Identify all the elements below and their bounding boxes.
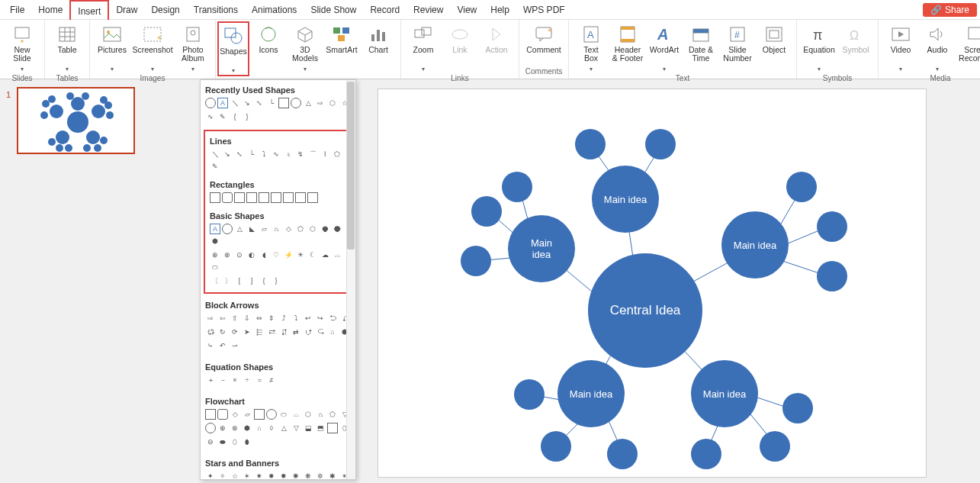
shape-textbox[interactable]: A	[217, 98, 228, 108]
shape-arrow[interactable]: ↶	[217, 340, 228, 351]
shape-trap[interactable]: ⏢	[271, 224, 281, 234]
central-idea-bubble[interactable]: Central Idea	[588, 253, 702, 368]
main-idea-bubble[interactable]: Main idea	[592, 166, 659, 233]
shape[interactable]: ⬭	[210, 262, 220, 272]
tab-design[interactable]: Design	[144, 0, 186, 20]
shape-oval[interactable]	[222, 224, 233, 234]
shape-brace[interactable]: }	[242, 111, 252, 122]
shape-arrow[interactable]: ⌂	[327, 327, 338, 337]
shape-line[interactable]: ↯	[295, 149, 306, 159]
new-slide-button[interactable]: New Slide	[5, 21, 40, 73]
shape[interactable]: ☾	[307, 250, 318, 260]
shape-tri[interactable]: △	[234, 224, 245, 234]
shape-arrow[interactable]: ⇔	[254, 313, 265, 324]
shape-line-arrow[interactable]: ↘	[242, 98, 252, 108]
shape-arrow[interactable]: ⮔	[205, 327, 216, 337]
header-footer-button[interactable]: Header & Footer	[610, 21, 645, 63]
shape-line[interactable]: ↘	[222, 149, 233, 159]
shape-arrow[interactable]: ⇨	[315, 98, 326, 108]
leaf-bubble[interactable]	[607, 439, 638, 469]
shape-fc[interactable]	[327, 423, 338, 433]
shape-arrow[interactable]: ↩	[303, 313, 313, 324]
slide-thumbnail-1[interactable]: 1	[6, 87, 143, 154]
shape-star[interactable]: ✦	[205, 471, 216, 480]
screenrec-button[interactable]: Screen Recording	[956, 21, 980, 63]
shape-arrow[interactable]: ⇕	[266, 313, 277, 324]
shape-hept[interactable]: ⯃	[320, 224, 330, 234]
shape-mult[interactable]: ×	[230, 375, 240, 385]
shape-plus[interactable]: ＋	[205, 375, 216, 385]
shape-hex[interactable]: ⬡	[307, 224, 318, 234]
leaf-bubble[interactable]	[645, 129, 676, 159]
shape-fc[interactable]: ⬢	[242, 423, 252, 433]
zoom-button[interactable]: Zoom	[406, 21, 441, 73]
shape-fc[interactable]: ⬬	[217, 436, 228, 447]
shape-neq[interactable]: ≠	[266, 375, 277, 385]
shape-fc[interactable]: ⊕	[217, 423, 228, 433]
shape-fc[interactable]: △	[278, 423, 289, 433]
shape-fc[interactable]: ⊗	[230, 423, 240, 433]
shape[interactable]: ⊕	[210, 250, 220, 260]
chart-button[interactable]: Chart	[361, 21, 396, 63]
shape-fc[interactable]: ◊	[266, 423, 277, 433]
scrollbar-thumb[interactable]	[347, 82, 355, 250]
shape[interactable]: ⊙	[234, 250, 245, 260]
object-button[interactable]: Object	[757, 21, 792, 63]
video-button[interactable]: Video	[883, 21, 918, 73]
shape-arrow[interactable]: ⮌	[327, 313, 338, 324]
shape[interactable]: }	[271, 275, 281, 286]
comment-button[interactable]: +Comment	[524, 21, 564, 63]
shape-fc[interactable]	[266, 409, 277, 420]
shape-arrow[interactable]: ⇄	[291, 327, 301, 337]
shape-fc[interactable]: ▱	[242, 409, 252, 420]
leaf-bubble[interactable]	[817, 261, 847, 291]
shape-fc[interactable]: ⌓	[291, 409, 301, 420]
tab-draw[interactable]: Draw	[109, 0, 144, 20]
shape-star[interactable]: ✶	[242, 471, 252, 480]
shape-line[interactable]: ⌇	[320, 149, 330, 159]
audio-button[interactable]: Audio	[920, 21, 955, 73]
shape-rect[interactable]	[271, 192, 281, 203]
tab-wpspdf[interactable]: WPS PDF	[516, 0, 572, 20]
shape-arrow[interactable]: ⇩	[242, 313, 252, 324]
shape-arrow[interactable]: ⤴	[278, 313, 289, 324]
shape-oct[interactable]: ⯄	[332, 224, 342, 234]
shape-curve[interactable]: ∿	[205, 111, 216, 122]
shape-star[interactable]: ✹	[278, 471, 289, 480]
main-idea-bubble[interactable]: Main idea	[508, 215, 575, 282]
screenshot-button[interactable]: +Screenshot	[131, 21, 174, 73]
shape[interactable]: ♡	[271, 250, 281, 260]
shape-arrow[interactable]: ⟳	[230, 327, 240, 337]
shape-fc[interactable]: ⊖	[205, 436, 216, 447]
shape-connector[interactable]: ⤡	[254, 98, 265, 108]
share-button[interactable]: 🔗 Share	[923, 3, 977, 17]
leaf-bubble[interactable]	[461, 246, 491, 276]
shape-fc[interactable]: ◇	[230, 409, 240, 420]
tab-review[interactable]: Review	[406, 0, 450, 20]
slide-canvas[interactable]: Central Idea Main idea Main idea Main id…	[378, 89, 927, 478]
shape[interactable]: {	[259, 275, 269, 286]
shape-circle[interactable]	[291, 98, 301, 108]
shape[interactable]: 〔	[210, 275, 220, 286]
main-idea-bubble[interactable]: Main idea	[557, 360, 625, 427]
icons-button[interactable]: Icons	[251, 21, 286, 63]
shape[interactable]: ⚡	[283, 250, 294, 260]
popup-scrollbar[interactable]	[346, 80, 355, 479]
shape-fc[interactable]: ⬒	[315, 423, 326, 433]
shape-star[interactable]: ✧	[217, 471, 228, 480]
leaf-bubble[interactable]	[817, 211, 847, 242]
shape-textbox[interactable]: A	[210, 224, 220, 234]
shape-arrow[interactable]: ↻	[217, 327, 228, 337]
shape-fc[interactable]	[254, 409, 265, 420]
slidenum-button[interactable]: #Slide Number	[720, 21, 755, 63]
shape-div[interactable]: ÷	[242, 375, 252, 385]
shape-rect[interactable]	[210, 192, 220, 203]
shape-fc[interactable]	[205, 423, 216, 433]
shape-line[interactable]: ⌒	[307, 149, 318, 159]
shape-diamond[interactable]: ◇	[283, 224, 294, 234]
tab-slideshow[interactable]: Slide Show	[304, 0, 363, 20]
shape[interactable]: ]	[246, 275, 257, 286]
shape-arrow[interactable]: ⮂	[266, 327, 277, 337]
leaf-bubble[interactable]	[760, 431, 790, 462]
leaf-bubble[interactable]	[514, 379, 545, 410]
